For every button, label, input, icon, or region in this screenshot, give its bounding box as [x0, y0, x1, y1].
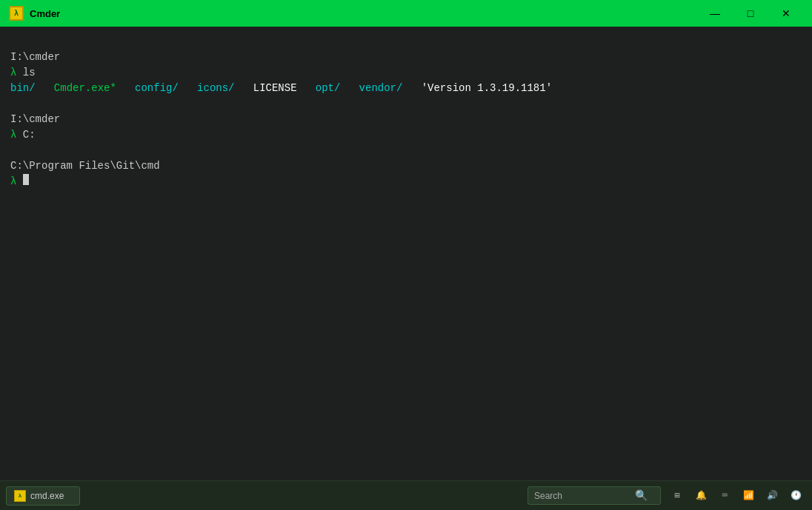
ls-item: opt/ [316, 81, 341, 96]
terminal-line: I:\cmder [10, 112, 802, 127]
ls-item [179, 81, 197, 96]
command-text [16, 174, 22, 189]
terminal-line: λ C: [10, 127, 802, 143]
command-text: C: [16, 127, 35, 143]
tray-button-2[interactable]: 🔔 [690, 486, 711, 506]
terminal-area: I:\cmder λ ls bin/ Cmder.exe* config/ ic… [0, 27, 812, 480]
prompt-lambda: λ [10, 65, 16, 81]
terminal-cursor [23, 174, 29, 185]
taskbar-app-button[interactable]: λ cmd.exe [6, 486, 80, 506]
tray-button-1[interactable]: ⊞ [667, 486, 688, 506]
prompt-lambda: λ [10, 174, 16, 189]
ls-item [297, 81, 316, 96]
close-button[interactable]: ✕ [769, 3, 803, 24]
prompt-lambda: λ [10, 127, 16, 143]
directory-path: I:\cmder [10, 50, 60, 65]
ls-output-line: bin/ Cmder.exe* config/ icons/ LICENSE o… [10, 81, 802, 96]
ls-item: LICENSE [253, 81, 297, 96]
maximize-button[interactable]: □ [733, 3, 768, 24]
terminal-line: λ [10, 174, 802, 189]
directory-path: I:\cmder [10, 112, 60, 127]
terminal-line [10, 96, 802, 112]
terminal-line: λ ls [10, 65, 802, 81]
ls-item [235, 81, 253, 96]
window-controls: — □ ✕ [698, 3, 803, 24]
terminal-line [10, 143, 802, 158]
terminal-line: I:\cmder [10, 50, 802, 65]
tray-button-3[interactable]: ⌨ [714, 486, 735, 506]
tray-button-4[interactable]: 📶 [738, 486, 759, 506]
taskbar: λ cmd.exe 🔍 ⊞ 🔔 ⌨ 📶 🔊 🕐 [0, 480, 812, 510]
taskbar-app-label: cmd.exe [30, 491, 64, 501]
search-icon[interactable]: 🔍 [635, 489, 648, 502]
terminal-line: C:\Program Files\Git\cmd [10, 158, 802, 174]
terminal-line [10, 34, 802, 50]
app-icon: λ [9, 6, 24, 21]
minimize-button[interactable]: — [698, 3, 732, 24]
ls-item: Cmder.exe* [54, 81, 116, 96]
taskbar-right: ⊞ 🔔 ⌨ 📶 🔊 🕐 [667, 486, 806, 506]
command-text: ls [16, 65, 35, 81]
ls-item: icons/ [197, 81, 234, 96]
tray-button-5[interactable]: 🔊 [762, 486, 782, 506]
taskbar-app-icon: λ [14, 490, 26, 502]
title-bar: λ Cmder — □ ✕ [0, 0, 812, 27]
ls-item: bin/ [10, 81, 36, 96]
ls-item [340, 81, 359, 96]
search-input[interactable] [534, 491, 630, 501]
ls-item: vendor/ [359, 81, 403, 96]
ls-item [116, 81, 135, 96]
ls-item [402, 81, 421, 96]
ls-item: 'Version 1.3.19.1181' [422, 81, 552, 96]
search-bar[interactable]: 🔍 [528, 486, 661, 505]
window-title: Cmder [30, 8, 698, 19]
ls-item: config/ [135, 81, 179, 96]
directory-path: C:\Program Files\Git\cmd [10, 158, 160, 174]
tray-button-6[interactable]: 🕐 [785, 486, 806, 506]
ls-item [36, 81, 54, 96]
